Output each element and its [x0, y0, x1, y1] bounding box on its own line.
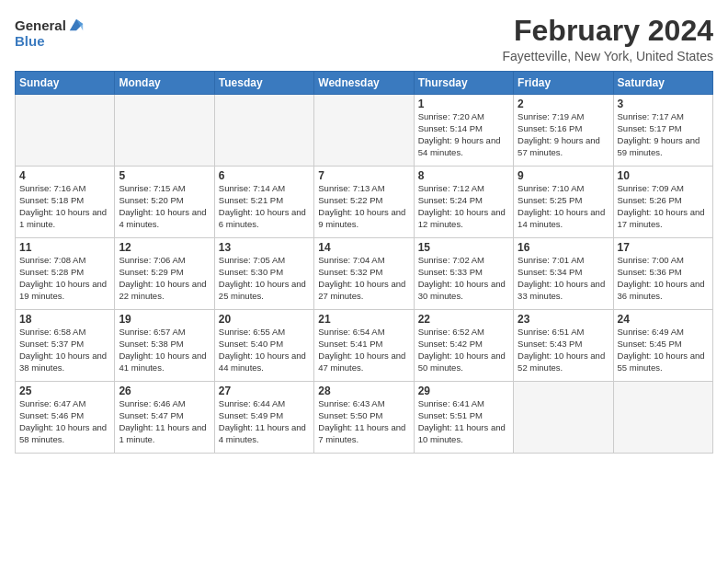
- day-detail: Sunrise: 7:19 AMSunset: 5:16 PMDaylight:…: [518, 111, 609, 158]
- calendar-week-1: 4Sunrise: 7:16 AMSunset: 5:18 PMDaylight…: [16, 167, 713, 238]
- header-wednesday: Wednesday: [314, 72, 414, 95]
- table-row: 27Sunrise: 6:44 AMSunset: 5:49 PMDayligh…: [214, 382, 313, 454]
- header-saturday: Saturday: [613, 72, 712, 95]
- day-number: 8: [418, 169, 509, 182]
- day-detail: Sunrise: 7:16 AMSunset: 5:18 PMDaylight:…: [19, 183, 110, 230]
- title-section: February 2024 Fayetteville, New York, Un…: [502, 15, 713, 63]
- location: Fayetteville, New York, United States: [502, 49, 713, 63]
- calendar-table: Sunday Monday Tuesday Wednesday Thursday…: [15, 71, 713, 454]
- day-detail: Sunrise: 6:43 AMSunset: 5:50 PMDaylight:…: [318, 398, 409, 445]
- table-row: 23Sunrise: 6:51 AMSunset: 5:43 PMDayligh…: [514, 310, 613, 382]
- table-row: 25Sunrise: 6:47 AMSunset: 5:46 PMDayligh…: [16, 382, 115, 454]
- table-row: 6Sunrise: 7:14 AMSunset: 5:21 PMDaylight…: [214, 167, 313, 238]
- table-row: 24Sunrise: 6:49 AMSunset: 5:45 PMDayligh…: [613, 310, 712, 382]
- table-row: 20Sunrise: 6:55 AMSunset: 5:40 PMDayligh…: [214, 310, 313, 382]
- logo: General Blue: [15, 18, 85, 49]
- day-detail: Sunrise: 6:52 AMSunset: 5:42 PMDaylight:…: [418, 327, 509, 373]
- table-row: 12Sunrise: 7:06 AMSunset: 5:29 PMDayligh…: [115, 238, 214, 310]
- day-detail: Sunrise: 6:54 AMSunset: 5:41 PMDaylight:…: [318, 327, 409, 373]
- header-tuesday: Tuesday: [214, 72, 313, 95]
- day-detail: Sunrise: 7:13 AMSunset: 5:22 PMDaylight:…: [318, 183, 409, 230]
- day-number: 29: [418, 385, 509, 397]
- day-number: 24: [618, 313, 709, 326]
- table-row: 17Sunrise: 7:00 AMSunset: 5:36 PMDayligh…: [613, 238, 712, 310]
- day-number: 5: [119, 169, 210, 182]
- day-detail: Sunrise: 6:49 AMSunset: 5:45 PMDaylight:…: [618, 327, 709, 373]
- day-number: 17: [618, 241, 709, 254]
- day-number: 3: [618, 98, 709, 110]
- table-row: [115, 95, 214, 167]
- table-row: 2Sunrise: 7:19 AMSunset: 5:16 PMDaylight…: [514, 95, 613, 167]
- day-detail: Sunrise: 7:08 AMSunset: 5:28 PMDaylight:…: [19, 255, 110, 302]
- table-row: 16Sunrise: 7:01 AMSunset: 5:34 PMDayligh…: [514, 238, 613, 310]
- day-number: 14: [318, 241, 409, 254]
- day-detail: Sunrise: 7:20 AMSunset: 5:14 PMDaylight:…: [418, 111, 509, 158]
- day-number: 27: [219, 385, 310, 397]
- day-detail: Sunrise: 7:04 AMSunset: 5:32 PMDaylight:…: [318, 255, 409, 302]
- day-number: 7: [318, 169, 409, 182]
- table-row: 22Sunrise: 6:52 AMSunset: 5:42 PMDayligh…: [414, 310, 513, 382]
- table-row: 21Sunrise: 6:54 AMSunset: 5:41 PMDayligh…: [314, 310, 414, 382]
- calendar-week-4: 25Sunrise: 6:47 AMSunset: 5:46 PMDayligh…: [16, 382, 713, 454]
- day-number: 16: [518, 241, 609, 254]
- day-number: 22: [418, 313, 509, 326]
- day-number: 6: [219, 169, 310, 182]
- day-detail: Sunrise: 7:00 AMSunset: 5:36 PMDaylight:…: [618, 255, 709, 302]
- header-thursday: Thursday: [414, 72, 513, 95]
- table-row: [16, 95, 115, 167]
- calendar-header-row: Sunday Monday Tuesday Wednesday Thursday…: [16, 72, 713, 95]
- day-detail: Sunrise: 7:02 AMSunset: 5:33 PMDaylight:…: [418, 255, 509, 302]
- day-detail: Sunrise: 6:41 AMSunset: 5:51 PMDaylight:…: [418, 398, 509, 445]
- day-number: 23: [518, 313, 609, 326]
- table-row: 4Sunrise: 7:16 AMSunset: 5:18 PMDaylight…: [16, 167, 115, 238]
- page-container: General Blue February 2024 Fayetteville,…: [0, 0, 728, 461]
- month-title: February 2024: [502, 15, 713, 47]
- header: General Blue February 2024 Fayetteville,…: [15, 15, 713, 63]
- header-sunday: Sunday: [16, 72, 115, 95]
- table-row: 11Sunrise: 7:08 AMSunset: 5:28 PMDayligh…: [16, 238, 115, 310]
- day-detail: Sunrise: 7:10 AMSunset: 5:25 PMDaylight:…: [518, 183, 609, 230]
- table-row: 8Sunrise: 7:12 AMSunset: 5:24 PMDaylight…: [414, 167, 513, 238]
- table-row: 15Sunrise: 7:02 AMSunset: 5:33 PMDayligh…: [414, 238, 513, 310]
- day-number: 15: [418, 241, 509, 254]
- table-row: 28Sunrise: 6:43 AMSunset: 5:50 PMDayligh…: [314, 382, 414, 454]
- logo-blue-text: Blue: [15, 34, 85, 50]
- day-detail: Sunrise: 7:09 AMSunset: 5:26 PMDaylight:…: [618, 183, 709, 230]
- day-number: 13: [219, 241, 310, 254]
- table-row: [314, 95, 414, 167]
- day-number: 2: [518, 98, 609, 110]
- day-detail: Sunrise: 6:47 AMSunset: 5:46 PMDaylight:…: [19, 398, 110, 445]
- day-detail: Sunrise: 6:57 AMSunset: 5:38 PMDaylight:…: [119, 327, 210, 373]
- day-number: 25: [19, 385, 110, 397]
- header-monday: Monday: [115, 72, 214, 95]
- table-row: 29Sunrise: 6:41 AMSunset: 5:51 PMDayligh…: [414, 382, 513, 454]
- day-number: 21: [318, 313, 409, 326]
- table-row: 26Sunrise: 6:46 AMSunset: 5:47 PMDayligh…: [115, 382, 214, 454]
- calendar-week-0: 1Sunrise: 7:20 AMSunset: 5:14 PMDaylight…: [16, 95, 713, 167]
- day-detail: Sunrise: 7:05 AMSunset: 5:30 PMDaylight:…: [219, 255, 310, 302]
- table-row: 10Sunrise: 7:09 AMSunset: 5:26 PMDayligh…: [613, 167, 712, 238]
- day-detail: Sunrise: 6:46 AMSunset: 5:47 PMDaylight:…: [119, 398, 210, 445]
- table-row: [613, 382, 712, 454]
- day-number: 1: [418, 98, 509, 110]
- day-number: 18: [19, 313, 110, 326]
- table-row: 19Sunrise: 6:57 AMSunset: 5:38 PMDayligh…: [115, 310, 214, 382]
- table-row: 1Sunrise: 7:20 AMSunset: 5:14 PMDaylight…: [414, 95, 513, 167]
- day-number: 4: [19, 169, 110, 182]
- table-row: 13Sunrise: 7:05 AMSunset: 5:30 PMDayligh…: [214, 238, 313, 310]
- day-detail: Sunrise: 7:17 AMSunset: 5:17 PMDaylight:…: [618, 111, 709, 158]
- table-row: 14Sunrise: 7:04 AMSunset: 5:32 PMDayligh…: [314, 238, 414, 310]
- header-friday: Friday: [514, 72, 613, 95]
- day-number: 28: [318, 385, 409, 397]
- table-row: 18Sunrise: 6:58 AMSunset: 5:37 PMDayligh…: [16, 310, 115, 382]
- day-detail: Sunrise: 6:44 AMSunset: 5:49 PMDaylight:…: [219, 398, 310, 445]
- day-detail: Sunrise: 7:06 AMSunset: 5:29 PMDaylight:…: [119, 255, 210, 302]
- day-detail: Sunrise: 7:12 AMSunset: 5:24 PMDaylight:…: [418, 183, 509, 230]
- logo-general-text: General: [15, 18, 66, 34]
- table-row: 3Sunrise: 7:17 AMSunset: 5:17 PMDaylight…: [613, 95, 712, 167]
- day-detail: Sunrise: 6:58 AMSunset: 5:37 PMDaylight:…: [19, 327, 110, 373]
- calendar-week-2: 11Sunrise: 7:08 AMSunset: 5:28 PMDayligh…: [16, 238, 713, 310]
- day-detail: Sunrise: 6:51 AMSunset: 5:43 PMDaylight:…: [518, 327, 609, 373]
- day-number: 20: [219, 313, 310, 326]
- table-row: 5Sunrise: 7:15 AMSunset: 5:20 PMDaylight…: [115, 167, 214, 238]
